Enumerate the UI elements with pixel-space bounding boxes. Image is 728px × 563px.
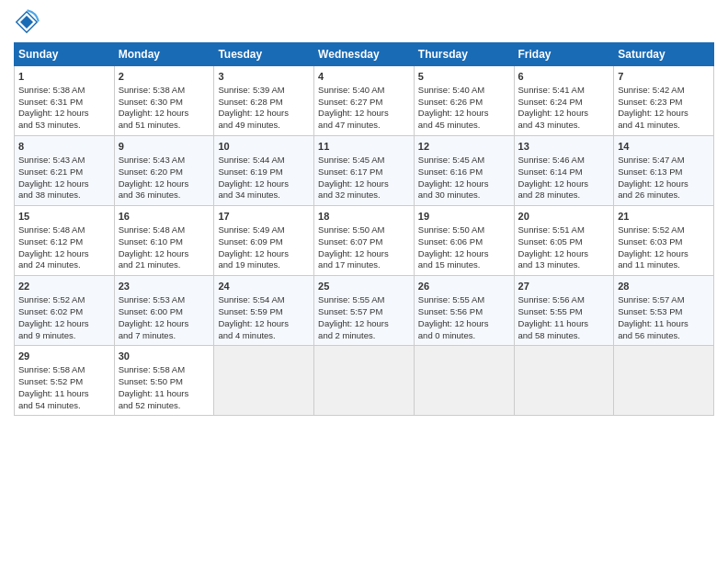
day-number: 5 — [418, 70, 510, 84]
calendar-cell: 5Sunrise: 5:40 AMSunset: 6:26 PMDaylight… — [414, 66, 514, 136]
calendar-cell: 13Sunrise: 5:46 AMSunset: 6:14 PMDayligh… — [514, 136, 614, 206]
day-number: 22 — [18, 280, 110, 293]
day-number: 28 — [618, 280, 710, 293]
calendar-cell: 21Sunrise: 5:52 AMSunset: 6:03 PMDayligh… — [614, 206, 714, 276]
day-number: 19 — [418, 210, 510, 224]
calendar-cell: 22Sunrise: 5:52 AMSunset: 6:02 PMDayligh… — [15, 276, 115, 346]
calendar-cell: 19Sunrise: 5:50 AMSunset: 6:06 PMDayligh… — [414, 206, 514, 276]
col-header-friday: Friday — [514, 43, 614, 66]
svg-marker-1 — [20, 16, 33, 29]
calendar-cell: 6Sunrise: 5:41 AMSunset: 6:24 PMDaylight… — [514, 66, 614, 136]
calendar-cell: 17Sunrise: 5:49 AMSunset: 6:09 PMDayligh… — [214, 206, 314, 276]
day-number: 21 — [618, 210, 710, 224]
col-header-sunday: Sunday — [15, 43, 115, 66]
day-number: 1 — [18, 70, 110, 84]
calendar-cell — [514, 346, 614, 416]
col-header-thursday: Thursday — [414, 43, 514, 66]
day-number: 6 — [518, 70, 610, 84]
day-number: 25 — [318, 280, 410, 293]
calendar-table: SundayMondayTuesdayWednesdayThursdayFrid… — [14, 42, 714, 416]
day-number: 17 — [218, 210, 310, 224]
day-number: 13 — [518, 140, 610, 154]
page: SundayMondayTuesdayWednesdayThursdayFrid… — [0, 0, 728, 563]
day-number: 29 — [18, 350, 110, 363]
day-number: 26 — [418, 280, 510, 293]
calendar-cell: 2Sunrise: 5:38 AMSunset: 6:30 PMDaylight… — [114, 66, 214, 136]
calendar-row: 8Sunrise: 5:43 AMSunset: 6:21 PMDaylight… — [15, 136, 714, 206]
day-number: 30 — [119, 350, 210, 363]
calendar-cell: 30Sunrise: 5:58 AMSunset: 5:50 PMDayligh… — [114, 346, 214, 416]
calendar-cell: 8Sunrise: 5:43 AMSunset: 6:21 PMDaylight… — [15, 136, 115, 206]
header — [14, 9, 714, 35]
calendar-cell: 15Sunrise: 5:48 AMSunset: 6:12 PMDayligh… — [15, 206, 115, 276]
calendar-cell: 9Sunrise: 5:43 AMSunset: 6:20 PMDaylight… — [114, 136, 214, 206]
calendar-cell — [214, 346, 314, 416]
calendar-cell: 3Sunrise: 5:39 AMSunset: 6:28 PMDaylight… — [214, 66, 314, 136]
calendar-cell — [414, 346, 514, 416]
logo — [14, 9, 43, 35]
day-number: 3 — [218, 70, 310, 84]
calendar-cell: 14Sunrise: 5:47 AMSunset: 6:13 PMDayligh… — [614, 136, 714, 206]
day-number: 7 — [618, 70, 710, 84]
calendar-cell — [614, 346, 714, 416]
calendar-cell: 10Sunrise: 5:44 AMSunset: 6:19 PMDayligh… — [214, 136, 314, 206]
calendar-row: 15Sunrise: 5:48 AMSunset: 6:12 PMDayligh… — [15, 206, 714, 276]
day-number: 15 — [18, 210, 110, 224]
header-row: SundayMondayTuesdayWednesdayThursdayFrid… — [15, 43, 714, 66]
day-number: 23 — [119, 280, 210, 293]
day-number: 4 — [318, 70, 410, 84]
calendar-row: 29Sunrise: 5:58 AMSunset: 5:52 PMDayligh… — [15, 346, 714, 416]
calendar-cell: 29Sunrise: 5:58 AMSunset: 5:52 PMDayligh… — [15, 346, 115, 416]
calendar-row: 22Sunrise: 5:52 AMSunset: 6:02 PMDayligh… — [15, 276, 714, 346]
calendar-cell: 12Sunrise: 5:45 AMSunset: 6:16 PMDayligh… — [414, 136, 514, 206]
calendar-cell — [314, 346, 415, 416]
day-number: 20 — [518, 210, 610, 224]
day-number: 12 — [418, 140, 510, 154]
day-number: 16 — [119, 210, 210, 224]
calendar-cell: 25Sunrise: 5:55 AMSunset: 5:57 PMDayligh… — [314, 276, 415, 346]
day-number: 27 — [518, 280, 610, 293]
day-number: 18 — [318, 210, 410, 224]
day-number: 9 — [119, 140, 210, 154]
day-number: 14 — [618, 140, 710, 154]
col-header-monday: Monday — [114, 43, 214, 66]
calendar-cell: 4Sunrise: 5:40 AMSunset: 6:27 PMDaylight… — [314, 66, 415, 136]
calendar-cell: 23Sunrise: 5:53 AMSunset: 6:00 PMDayligh… — [114, 276, 214, 346]
col-header-saturday: Saturday — [614, 43, 714, 66]
calendar-cell: 28Sunrise: 5:57 AMSunset: 5:53 PMDayligh… — [614, 276, 714, 346]
calendar-cell: 1Sunrise: 5:38 AMSunset: 6:31 PMDaylight… — [15, 66, 115, 136]
day-number: 8 — [18, 140, 110, 154]
day-number: 10 — [218, 140, 310, 154]
logo-icon — [14, 9, 40, 35]
calendar-cell: 16Sunrise: 5:48 AMSunset: 6:10 PMDayligh… — [114, 206, 214, 276]
day-number: 24 — [218, 280, 310, 293]
day-number: 11 — [318, 140, 410, 154]
day-number: 2 — [119, 70, 210, 84]
calendar-cell: 27Sunrise: 5:56 AMSunset: 5:55 PMDayligh… — [514, 276, 614, 346]
col-header-wednesday: Wednesday — [314, 43, 415, 66]
col-header-tuesday: Tuesday — [214, 43, 314, 66]
calendar-cell: 11Sunrise: 5:45 AMSunset: 6:17 PMDayligh… — [314, 136, 415, 206]
calendar-cell: 26Sunrise: 5:55 AMSunset: 5:56 PMDayligh… — [414, 276, 514, 346]
calendar-cell: 20Sunrise: 5:51 AMSunset: 6:05 PMDayligh… — [514, 206, 614, 276]
calendar-cell: 24Sunrise: 5:54 AMSunset: 5:59 PMDayligh… — [214, 276, 314, 346]
calendar-cell: 7Sunrise: 5:42 AMSunset: 6:23 PMDaylight… — [614, 66, 714, 136]
calendar-cell: 18Sunrise: 5:50 AMSunset: 6:07 PMDayligh… — [314, 206, 415, 276]
calendar-row: 1Sunrise: 5:38 AMSunset: 6:31 PMDaylight… — [15, 66, 714, 136]
